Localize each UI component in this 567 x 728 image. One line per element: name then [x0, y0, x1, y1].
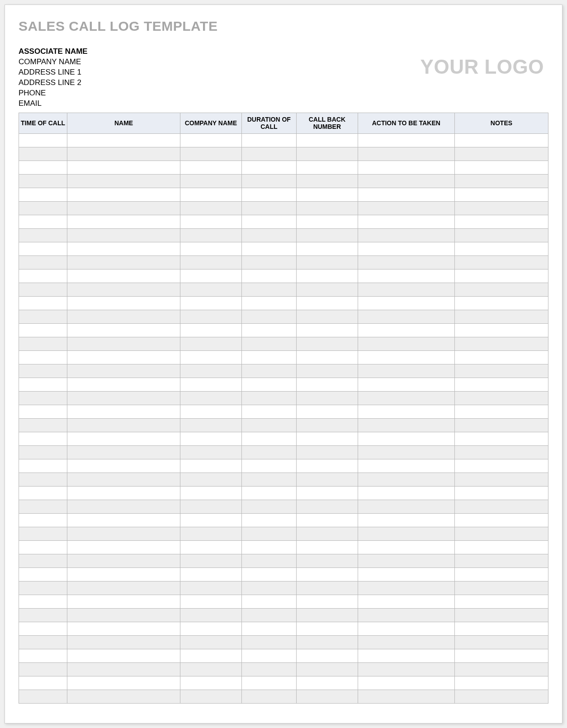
cell-company[interactable] [180, 202, 242, 215]
cell-action[interactable] [358, 609, 454, 622]
cell-duration[interactable] [241, 161, 296, 175]
cell-time[interactable] [19, 568, 67, 581]
cell-callback[interactable] [297, 554, 358, 568]
cell-name[interactable] [67, 337, 180, 351]
cell-company[interactable] [180, 147, 242, 161]
cell-action[interactable] [358, 229, 454, 242]
cell-notes[interactable] [454, 446, 548, 459]
cell-action[interactable] [358, 690, 454, 704]
cell-action[interactable] [358, 147, 454, 161]
cell-company[interactable] [180, 256, 242, 269]
cell-notes[interactable] [454, 161, 548, 175]
cell-callback[interactable] [297, 636, 358, 649]
cell-callback[interactable] [297, 256, 358, 269]
cell-time[interactable] [19, 229, 67, 242]
cell-name[interactable] [67, 541, 180, 554]
cell-action[interactable] [358, 351, 454, 364]
cell-time[interactable] [19, 324, 67, 337]
cell-duration[interactable] [241, 147, 296, 161]
cell-company[interactable] [180, 215, 242, 229]
cell-callback[interactable] [297, 487, 358, 500]
cell-action[interactable] [358, 487, 454, 500]
cell-name[interactable] [67, 134, 180, 147]
cell-notes[interactable] [454, 324, 548, 337]
cell-time[interactable] [19, 188, 67, 202]
cell-notes[interactable] [454, 269, 548, 283]
cell-notes[interactable] [454, 636, 548, 649]
cell-duration[interactable] [241, 378, 296, 392]
cell-duration[interactable] [241, 500, 296, 514]
cell-company[interactable] [180, 473, 242, 487]
cell-notes[interactable] [454, 242, 548, 256]
cell-duration[interactable] [241, 459, 296, 473]
cell-company[interactable] [180, 459, 242, 473]
cell-time[interactable] [19, 147, 67, 161]
cell-company[interactable] [180, 487, 242, 500]
cell-duration[interactable] [241, 595, 296, 609]
cell-duration[interactable] [241, 310, 296, 324]
cell-action[interactable] [358, 161, 454, 175]
cell-name[interactable] [67, 229, 180, 242]
cell-callback[interactable] [297, 351, 358, 364]
cell-action[interactable] [358, 541, 454, 554]
cell-time[interactable] [19, 446, 67, 459]
cell-duration[interactable] [241, 419, 296, 432]
cell-company[interactable] [180, 568, 242, 581]
cell-name[interactable] [67, 459, 180, 473]
cell-notes[interactable] [454, 175, 548, 188]
cell-time[interactable] [19, 595, 67, 609]
cell-duration[interactable] [241, 364, 296, 378]
cell-callback[interactable] [297, 690, 358, 704]
cell-callback[interactable] [297, 581, 358, 595]
cell-notes[interactable] [454, 419, 548, 432]
cell-name[interactable] [67, 581, 180, 595]
cell-callback[interactable] [297, 188, 358, 202]
cell-notes[interactable] [454, 527, 548, 541]
cell-duration[interactable] [241, 649, 296, 663]
cell-company[interactable] [180, 636, 242, 649]
cell-duration[interactable] [241, 676, 296, 690]
cell-callback[interactable] [297, 473, 358, 487]
cell-notes[interactable] [454, 649, 548, 663]
cell-name[interactable] [67, 175, 180, 188]
cell-callback[interactable] [297, 337, 358, 351]
cell-time[interactable] [19, 161, 67, 175]
cell-action[interactable] [358, 663, 454, 676]
cell-name[interactable] [67, 269, 180, 283]
cell-callback[interactable] [297, 202, 358, 215]
cell-action[interactable] [358, 283, 454, 297]
cell-notes[interactable] [454, 568, 548, 581]
cell-action[interactable] [358, 527, 454, 541]
cell-callback[interactable] [297, 514, 358, 527]
cell-duration[interactable] [241, 622, 296, 636]
cell-action[interactable] [358, 405, 454, 419]
cell-duration[interactable] [241, 242, 296, 256]
cell-time[interactable] [19, 378, 67, 392]
cell-name[interactable] [67, 351, 180, 364]
cell-name[interactable] [67, 446, 180, 459]
cell-name[interactable] [67, 419, 180, 432]
cell-name[interactable] [67, 202, 180, 215]
cell-time[interactable] [19, 581, 67, 595]
cell-company[interactable] [180, 364, 242, 378]
cell-company[interactable] [180, 676, 242, 690]
cell-name[interactable] [67, 663, 180, 676]
cell-notes[interactable] [454, 229, 548, 242]
cell-name[interactable] [67, 568, 180, 581]
cell-notes[interactable] [454, 459, 548, 473]
cell-name[interactable] [67, 161, 180, 175]
cell-duration[interactable] [241, 446, 296, 459]
cell-callback[interactable] [297, 405, 358, 419]
cell-time[interactable] [19, 392, 67, 405]
cell-time[interactable] [19, 297, 67, 310]
cell-company[interactable] [180, 595, 242, 609]
cell-duration[interactable] [241, 215, 296, 229]
cell-notes[interactable] [454, 554, 548, 568]
cell-action[interactable] [358, 568, 454, 581]
cell-time[interactable] [19, 351, 67, 364]
cell-action[interactable] [358, 595, 454, 609]
cell-callback[interactable] [297, 500, 358, 514]
cell-notes[interactable] [454, 473, 548, 487]
cell-duration[interactable] [241, 473, 296, 487]
cell-name[interactable] [67, 649, 180, 663]
